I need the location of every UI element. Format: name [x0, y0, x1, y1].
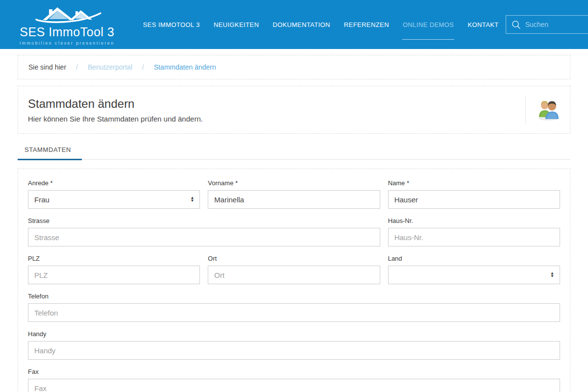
anrede-select[interactable]: Frau [28, 190, 200, 209]
strasse-input[interactable] [28, 228, 380, 246]
main-content: Sie sind hier / Benutzerportal / Stammda… [0, 55, 588, 392]
breadcrumb-separator: / [76, 63, 78, 71]
plz-input[interactable] [28, 266, 200, 284]
field-label-name: Name * [388, 179, 560, 187]
field-fax: Fax [28, 368, 560, 392]
field-label-hausnr: Haus-Nr. [388, 217, 560, 224]
field-strasse: Strasse [28, 217, 380, 246]
nav-item-online-demos[interactable]: ONLINE DEMOS [396, 21, 461, 28]
page-title: Stammdaten ändern [28, 97, 517, 111]
field-label-vorname: Vorname * [208, 179, 380, 187]
handy-input[interactable] [28, 341, 560, 360]
main-nav: SES IMMOTOOL 3 NEUIGKEITEN DOKUMENTATION… [136, 21, 506, 28]
stammdaten-form: Anrede * Frau ▲▼ Vorname * Name * Strass… [18, 169, 570, 392]
field-label-telefon: Telefon [28, 293, 560, 300]
search-icon [512, 20, 521, 29]
land-select[interactable] [388, 266, 560, 284]
app-header: SES ImmoTool 3 Immobilien clever present… [0, 0, 588, 49]
tab-stammdaten[interactable]: STAMMDATEN [18, 146, 82, 159]
field-label-handy: Handy [28, 330, 560, 338]
search-box[interactable] [506, 15, 588, 34]
breadcrumb-link-benutzerportal[interactable]: Benutzerportal [88, 63, 132, 71]
ort-input[interactable] [208, 266, 380, 284]
field-label-plz: PLZ [28, 255, 200, 262]
nav-item-neuigkeiten[interactable]: NEUIGKEITEN [207, 21, 266, 28]
breadcrumb-prefix: Sie sind hier [28, 63, 66, 71]
anrede-select-wrap: Frau ▲▼ [28, 190, 200, 209]
breadcrumb-link-stammdaten[interactable]: Stammdaten ändern [154, 63, 216, 71]
nav-item-dokumentation[interactable]: DOKUMENTATION [266, 21, 337, 28]
field-name: Name * [388, 179, 560, 209]
logo-houses-icon [30, 3, 104, 27]
field-anrede: Anrede * Frau ▲▼ [28, 179, 200, 209]
name-input[interactable] [388, 190, 560, 209]
field-label-strasse: Strasse [28, 217, 380, 224]
hausnr-input[interactable] [388, 228, 560, 246]
field-vorname: Vorname * [208, 179, 380, 209]
logo[interactable]: SES ImmoTool 3 Immobilien clever present… [20, 3, 115, 46]
field-hausnr: Haus-Nr. [388, 217, 560, 246]
field-telefon: Telefon [28, 293, 560, 322]
field-handy: Handy [28, 330, 560, 360]
field-label-anrede: Anrede * [28, 179, 200, 187]
land-select-wrap: ▲▼ [388, 266, 560, 284]
field-plz: PLZ [28, 255, 200, 284]
nav-item-ses-immotool[interactable]: SES IMMOTOOL 3 [136, 21, 207, 28]
field-ort: Ort [208, 255, 380, 284]
field-land: Land ▲▼ [388, 255, 560, 284]
breadcrumb-separator: / [142, 63, 144, 71]
breadcrumb: Sie sind hier / Benutzerportal / Stammda… [18, 55, 570, 79]
logo-title: SES ImmoTool 3 [20, 25, 114, 39]
tab-bar: STAMMDATEN [18, 145, 570, 160]
fax-input[interactable] [28, 379, 560, 392]
telefon-input[interactable] [28, 303, 560, 322]
users-icon [525, 96, 560, 124]
page-header-panel: Stammdaten ändern Hier können Sie Ihre S… [18, 86, 570, 134]
nav-item-kontakt[interactable]: KONTAKT [461, 21, 505, 28]
nav-item-referenzen[interactable]: REFERENZEN [337, 21, 396, 28]
field-label-land: Land [388, 255, 560, 262]
field-label-ort: Ort [208, 255, 380, 262]
page-subtitle: Hier können Sie Ihre Stammdaten prüfen u… [28, 115, 517, 123]
search-input[interactable] [525, 21, 588, 28]
logo-tagline: Immobilien clever presentieren [20, 41, 115, 46]
vorname-input[interactable] [208, 190, 380, 209]
field-label-fax: Fax [28, 368, 560, 375]
